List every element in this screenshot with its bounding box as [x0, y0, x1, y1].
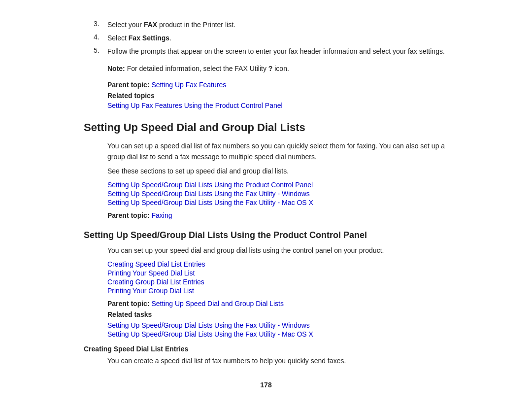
section2-links: Creating Speed Dial List Entries Printin… — [107, 260, 448, 295]
section1-link-1[interactable]: Setting Up Speed/Group Dial Lists Using … — [107, 181, 448, 189]
fax-settings-bold: Fax Settings — [129, 34, 169, 42]
list-item-5: 5. Follow the prompts that appear on the… — [84, 46, 448, 57]
section1-link-2[interactable]: Setting Up Speed/Group Dial Lists Using … — [107, 190, 448, 198]
section1-parent-link[interactable]: Faxing — [151, 211, 172, 219]
section1-links: Setting Up Speed/Group Dial Lists Using … — [107, 181, 448, 206]
related-tasks-label: Related tasks — [107, 310, 448, 318]
section1-heading: Setting Up Speed Dial and Group Dial Lis… — [84, 121, 448, 134]
parent-topic-1-link[interactable]: Setting Up Fax Features — [151, 81, 226, 89]
section2-parent-link[interactable]: Setting Up Speed Dial and Group Dial Lis… — [151, 300, 283, 308]
note-text: For detailed information, select the FAX… — [127, 65, 289, 72]
note-question-bold: ? — [268, 65, 273, 72]
related-task-link-2[interactable]: Setting Up Speed/Group Dial Lists Using … — [107, 330, 448, 338]
section1-parent-topic: Parent topic: Faxing — [107, 211, 448, 219]
page-footer: 178 — [84, 381, 448, 389]
section2-link-4[interactable]: Printing Your Group Dial List — [107, 287, 448, 295]
section3-body: You can create a speed dial list of fax … — [107, 356, 448, 367]
section2-link-2[interactable]: Printing Your Speed Dial List — [107, 269, 448, 277]
list-num-4: 4. — [94, 33, 107, 43]
section3-heading-block: Creating Speed Dial List Entries — [84, 345, 448, 353]
list-content-5: Follow the prompts that appear on the sc… — [107, 46, 445, 57]
section2-body: You can set up your speed dial and group… — [107, 245, 448, 256]
list-content-4: Select Fax Settings. — [107, 33, 171, 43]
list-item-3: 3. Select your FAX product in the Printe… — [84, 20, 448, 30]
related-topics-label-1: Related topics — [107, 92, 448, 100]
related-task-link-1[interactable]: Setting Up Speed/Group Dial Lists Using … — [107, 321, 448, 329]
list-num-3: 3. — [94, 20, 107, 30]
fax-bold: FAX — [144, 21, 157, 29]
section2-parent-topic: Parent topic: Setting Up Speed Dial and … — [107, 300, 448, 308]
section2-link-1[interactable]: Creating Speed Dial List Entries — [107, 260, 448, 268]
page-number: 178 — [260, 381, 271, 389]
related-topic-link-1: Setting Up Fax Features Using the Produc… — [107, 102, 448, 109]
section2-link-3[interactable]: Creating Group Dial List Entries — [107, 278, 448, 286]
list-content-3: Select your FAX product in the Printer l… — [107, 20, 235, 30]
page-content: 3. Select your FAX product in the Printe… — [74, 0, 458, 409]
list-item-4: 4. Select Fax Settings. — [84, 33, 448, 43]
parent-topic-1-label: Parent topic: — [107, 81, 150, 89]
section3-heading: Creating Speed Dial List Entries — [84, 345, 188, 353]
list-num-5: 5. — [94, 46, 107, 57]
numbered-list: 3. Select your FAX product in the Printe… — [84, 20, 448, 57]
note-block: Note: For detailed information, select t… — [107, 64, 448, 74]
section2-related-links: Setting Up Speed/Group Dial Lists Using … — [107, 321, 448, 338]
section1-body1: You can set up a speed dial list of fax … — [107, 141, 448, 162]
section1-link-3[interactable]: Setting Up Speed/Group Dial Lists Using … — [107, 199, 448, 206]
note-label: Note: — [107, 65, 125, 72]
section2-parent-label: Parent topic: — [107, 300, 150, 308]
section2-heading: Setting Up Speed/Group Dial Lists Using … — [84, 230, 448, 240]
related-topic-link-fax-control-panel[interactable]: Setting Up Fax Features Using the Produc… — [107, 102, 283, 109]
section1-body2: See these sections to set up speed dial … — [107, 166, 448, 177]
section1-parent-label: Parent topic: — [107, 211, 150, 219]
parent-topic-1: Parent topic: Setting Up Fax Features — [107, 81, 448, 89]
